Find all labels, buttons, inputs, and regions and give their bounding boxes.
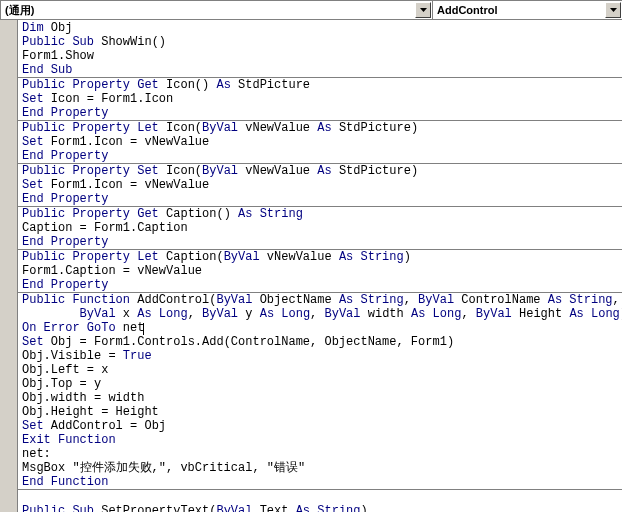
procedure-selector-combo[interactable]: AddControl [432, 0, 622, 20]
dropdown-arrow-icon[interactable] [605, 2, 621, 18]
code-line: Public Function AddControl(ByVal ObjectN… [18, 293, 622, 307]
code-line: net: [18, 447, 622, 461]
object-selector-value: (通用) [5, 3, 34, 18]
code-text[interactable]: Dim ObjPublic Sub ShowWin()Form1.ShowEnd… [18, 20, 622, 512]
code-line: Public Property Get Icon() As StdPicture [18, 78, 622, 92]
code-line: End Property [18, 106, 622, 120]
code-line: MsgBox "控件添加失败,", vbCritical, "错误" [18, 461, 622, 475]
code-line: End Property [18, 278, 622, 292]
code-line: Obj.width = width [18, 391, 622, 405]
code-editor-area: Dim ObjPublic Sub ShowWin()Form1.ShowEnd… [0, 20, 622, 512]
code-line: Set Form1.Icon = vNewValue [18, 178, 622, 192]
code-line: Obj.Visible = True [18, 349, 622, 363]
margin-indicator-bar [0, 20, 18, 512]
code-line: End Property [18, 192, 622, 206]
code-line: Exit Function [18, 433, 622, 447]
svg-marker-1 [610, 8, 617, 12]
code-line: On Error GoTo net [18, 321, 622, 335]
code-line: ByVal x As Long, ByVal y As Long, ByVal … [18, 307, 622, 321]
code-line: Public Property Set Icon(ByVal vNewValue… [18, 164, 622, 178]
code-line: Public Property Let Icon(ByVal vNewValue… [18, 121, 622, 135]
procedure-selector-value: AddControl [437, 4, 497, 16]
code-line: Obj.Top = y [18, 377, 622, 391]
code-line: Dim Obj [18, 21, 622, 35]
code-line: Set Icon = Form1.Icon [18, 92, 622, 106]
code-line: Public Property Get Caption() As String [18, 207, 622, 221]
code-line: End Sub [18, 63, 622, 77]
object-selector-combo[interactable]: (通用) [0, 0, 432, 20]
code-line: Obj.Height = Height [18, 405, 622, 419]
code-line: Set Form1.Icon = vNewValue [18, 135, 622, 149]
svg-marker-0 [420, 8, 427, 12]
code-line: Obj.Left = x [18, 363, 622, 377]
code-line: Public Sub ShowWin() [18, 35, 622, 49]
text-cursor [143, 323, 144, 335]
code-line: Public Sub SetPropertyText(ByVal Text As… [18, 504, 622, 512]
code-line: Form1.Caption = vNewValue [18, 264, 622, 278]
code-line [18, 490, 622, 504]
code-line: Set Obj = Form1.Controls.Add(ControlName… [18, 335, 622, 349]
code-line: End Function [18, 475, 622, 489]
dropdown-arrow-icon[interactable] [415, 2, 431, 18]
code-line: End Property [18, 235, 622, 249]
code-line: Public Property Let Caption(ByVal vNewVa… [18, 250, 622, 264]
code-line: End Property [18, 149, 622, 163]
code-line: Form1.Show [18, 49, 622, 63]
code-line: Set AddControl = Obj [18, 419, 622, 433]
code-window-toolbar: (通用) AddControl [0, 0, 622, 20]
code-line: Caption = Form1.Caption [18, 221, 622, 235]
